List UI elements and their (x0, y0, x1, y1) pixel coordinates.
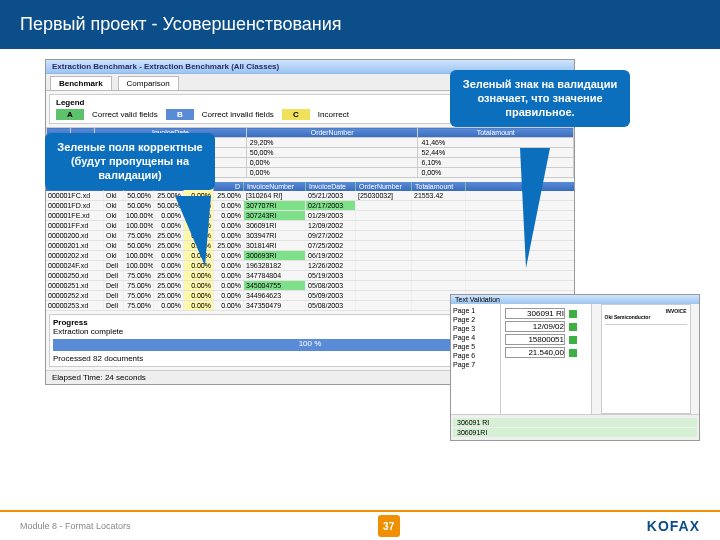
table-row[interactable]: 00000250.xdDell75.00%25.00%0.00%0.00%347… (46, 271, 574, 281)
table-row[interactable]: 0000024F.xdDell100.00%0.00%0.00%0.00%196… (46, 261, 574, 271)
tree-item[interactable]: Page 3 (453, 324, 498, 333)
details-body: 000001FC.xdOki50.00%25.00%0.00%25.00%[31… (46, 191, 574, 311)
legend-c-badge: C (282, 109, 310, 120)
tree-item[interactable]: Page 7 (453, 360, 498, 369)
validation-title: Text Validation (451, 295, 699, 304)
check-icon (569, 323, 577, 331)
elapsed-time: Elapsed Time: 24 seconds (52, 373, 146, 382)
result-line-1: 306091 RI (453, 418, 697, 427)
legend-c-text: Incorrect (318, 110, 349, 119)
table-row[interactable]: 000001FF.xdOki100.00%0.00%0.00%0.00%3060… (46, 221, 574, 231)
footer-module: Module 8 - Format Locators (20, 521, 131, 531)
table-row[interactable]: 000001FC.xdOki50.00%25.00%0.00%25.00%[31… (46, 191, 574, 201)
field-invoicedate[interactable] (505, 321, 565, 332)
table-row[interactable]: 00000200.xdOki75.00%25.00%0.00%0.00%3039… (46, 231, 574, 241)
callout-tail (175, 196, 211, 266)
field-ordernumber[interactable] (505, 334, 565, 345)
page-number: 37 (378, 515, 400, 537)
table-row[interactable]: 000001FD.xdOki50.00%50.00%0.00%0.00%3077… (46, 201, 574, 211)
tree-item[interactable]: Page 4 (453, 333, 498, 342)
slide-title: Первый проект - Усовершенствования (0, 0, 720, 49)
slide-footer: Module 8 - Format Locators 37 KOFAX (0, 510, 720, 540)
field-totalamount[interactable] (505, 347, 565, 358)
legend-a-badge: A (56, 109, 84, 120)
check-icon (569, 349, 577, 357)
callout-green-check: Зеленый знак на валидации означает, что … (450, 70, 630, 127)
tab-benchmark[interactable]: Benchmark (50, 76, 112, 90)
callout-tail (520, 148, 550, 268)
check-icon (569, 336, 577, 344)
doc-header: Oki Semiconductor (605, 314, 687, 320)
table-row[interactable]: 00000202.xdOki100.00%0.00%0.00%0.00%3006… (46, 251, 574, 261)
page-tree[interactable]: Page 1Page 2Page 3Page 4Page 5Page 6Page… (451, 304, 501, 414)
validation-fields (501, 304, 591, 414)
table-row[interactable]: 000001FE.xdOki100.00%0.00%0.00%0.00%3072… (46, 211, 574, 221)
field-invoicenumber[interactable] (505, 308, 565, 319)
validation-window: Text Validation Page 1Page 2Page 3Page 4… (450, 294, 700, 441)
tree-item[interactable]: Page 5 (453, 342, 498, 351)
legend-b-badge: B (166, 109, 194, 120)
callout-green-fields: Зеленые поля корректные (будут пропущены… (45, 133, 215, 190)
legend-b-text: Correct invalid fields (202, 110, 274, 119)
tree-item[interactable]: Page 6 (453, 351, 498, 360)
kofax-logo: KOFAX (647, 518, 700, 534)
legend-a-text: Correct valid fields (92, 110, 158, 119)
tree-item[interactable]: Page 1 (453, 306, 498, 315)
table-row[interactable]: 00000251.xdDell75.00%25.00%0.00%0.00%345… (46, 281, 574, 291)
tab-comparison[interactable]: Comparison (118, 76, 179, 90)
document-preview[interactable]: INVOICE Oki Semiconductor (591, 304, 699, 414)
validation-result: 306091 RI 306091RI (451, 414, 699, 440)
table-row[interactable]: 00000201.xdOki50.00%25.00%0.00%25.00%301… (46, 241, 574, 251)
document-thumb: INVOICE Oki Semiconductor (601, 304, 691, 414)
tree-item[interactable]: Page 2 (453, 315, 498, 324)
check-icon (569, 310, 577, 318)
result-line-2: 306091RI (453, 428, 697, 437)
